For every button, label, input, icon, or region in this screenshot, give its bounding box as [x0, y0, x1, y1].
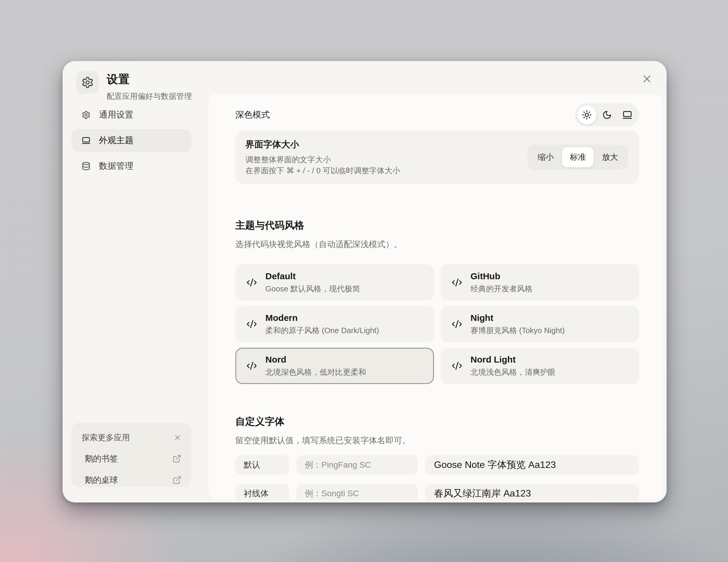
theme-card-night[interactable]: Night 赛博朋克风格 (Tokyo Night) [441, 306, 639, 342]
theme-card-github[interactable]: GitHub 经典的开发者风格 [441, 264, 639, 300]
sidebar-item-label: 外观主题 [99, 135, 133, 147]
sidebar-item-data[interactable]: 数据管理 [71, 155, 192, 178]
theme-section-desc: 选择代码块视觉风格（自动适配深浅模式）。 [235, 239, 639, 250]
theme-card-text: Nord 北境深色风格，低对比更柔和 [265, 354, 366, 377]
settings-badge [76, 71, 99, 94]
dismiss-promo-button[interactable] [174, 434, 181, 441]
theme-card-text: Modern 柔和的原子风格 (One Dark/Light) [265, 313, 379, 336]
font-name-input[interactable] [296, 455, 418, 475]
theme-card-text: GitHub 经典的开发者风格 [471, 271, 533, 294]
theme-card-modern[interactable]: Modern 柔和的原子风格 (One Dark/Light) [235, 306, 434, 342]
theme-card-default[interactable]: Default Goose 默认风格，现代极简 [235, 264, 434, 300]
code-icon [452, 360, 462, 371]
theme-card-text: Night 赛博朋克风格 (Tokyo Night) [471, 313, 565, 336]
color-mode-switcher [575, 103, 639, 127]
dark-mode-label: 深色模式 [235, 109, 270, 121]
theme-section: 主题与代码风格 选择代码块视觉风格（自动适配深浅模式）。 Default Goo… [235, 219, 639, 384]
appearance-panel: 深色模式 界面字体大小 调 [209, 94, 662, 500]
font-size-desc: 调整整体界面的文字大小 在界面按下 ⌘ + / - / 0 可以临时调整字体大小 [245, 154, 400, 176]
font-preview: 春风又绿江南岸 Aa123 [425, 484, 639, 500]
laptop-icon [622, 110, 632, 120]
custom-font-title: 自定义字体 [235, 415, 639, 428]
promo-link-label: 鹅的桌球 [85, 474, 118, 486]
external-link-icon [172, 454, 181, 463]
sidebar: 通用设置 外观主题 数据管理 [71, 103, 192, 178]
system-mode-button[interactable] [618, 105, 637, 124]
code-icon [246, 360, 257, 371]
font-size-text: 界面字体大小 调整整体界面的文字大小 在界面按下 ⌘ + / - / 0 可以临… [245, 138, 400, 176]
sidebar-item-general[interactable]: 通用设置 [71, 103, 192, 127]
font-size-smaller-button[interactable]: 缩小 [530, 147, 561, 167]
font-size-standard-button[interactable]: 标准 [562, 147, 594, 167]
sidebar-item-label: 数据管理 [99, 160, 133, 172]
font-row-default: 默认 Goose Note 字体预览 Aa123 [235, 455, 639, 475]
settings-dialog: 设置 配置应用偏好与数据管理 通用设置 外观主题 数据管理 [63, 61, 667, 502]
custom-font-desc: 留空使用默认值，填写系统已安装字体名即可。 [235, 435, 639, 446]
font-row-label: 衬线体 [235, 484, 289, 500]
page-title: 设置 [107, 72, 192, 87]
close-button[interactable] [640, 72, 654, 86]
code-icon [452, 277, 462, 288]
sidebar-item-appearance[interactable]: 外观主题 [71, 129, 192, 152]
explore-apps-card: 探索更多应用 鹅的书签 鹅的桌球 [71, 423, 192, 487]
font-size-title: 界面字体大小 [245, 138, 400, 151]
header-text: 设置 配置应用偏好与数据管理 [107, 71, 192, 102]
font-row-serif: 衬线体 春风又绿江南岸 Aa123 [235, 484, 639, 500]
theme-section-title: 主题与代码风格 [235, 219, 639, 232]
gear-icon [81, 76, 94, 89]
database-icon [82, 162, 91, 171]
dialog-header: 设置 配置应用偏好与数据管理 [76, 71, 192, 102]
sidebar-item-label: 通用设置 [99, 109, 133, 121]
sun-icon [582, 110, 592, 120]
moon-icon [602, 110, 612, 120]
close-icon [641, 73, 653, 85]
theme-card-nord[interactable]: Nord 北境深色风格，低对比更柔和 [235, 348, 434, 384]
dark-mode-row: 深色模式 [235, 103, 639, 127]
font-preview: Goose Note 字体预览 Aa123 [425, 455, 639, 475]
promo-link-bookmarks[interactable]: 鹅的书签 [82, 453, 181, 464]
external-link-icon [172, 476, 181, 485]
theme-card-nord-light[interactable]: Nord Light 北境浅色风格，清爽护眼 [441, 348, 639, 384]
gear-icon [82, 111, 91, 119]
desktop-background: { "window": { "title": "设置", "subtitle":… [0, 0, 728, 562]
code-icon [246, 277, 257, 288]
code-icon [246, 319, 257, 329]
light-mode-button[interactable] [577, 105, 596, 124]
font-size-segmented-control: 缩小 标准 放大 [528, 145, 628, 170]
theme-grid: Default Goose 默认风格，现代极简 GitHub 经典的开发者风格 [235, 264, 639, 384]
explore-apps-title: 探索更多应用 [82, 432, 130, 443]
dark-mode-button[interactable] [598, 105, 617, 124]
theme-card-text: Nord Light 北境浅色风格，清爽护眼 [471, 354, 556, 377]
close-icon [174, 434, 181, 441]
theme-card-text: Default Goose 默认风格，现代极简 [265, 271, 360, 294]
page-subtitle: 配置应用偏好与数据管理 [107, 91, 192, 102]
code-icon [452, 319, 462, 329]
laptop-icon [82, 136, 91, 145]
font-size-card: 界面字体大小 调整整体界面的文字大小 在界面按下 ⌘ + / - / 0 可以临… [235, 131, 639, 184]
promo-link-billiards[interactable]: 鹅的桌球 [82, 474, 181, 486]
promo-link-label: 鹅的书签 [85, 453, 118, 464]
font-name-input[interactable] [296, 484, 418, 500]
custom-font-section: 自定义字体 留空使用默认值，填写系统已安装字体名即可。 默认 Goose Not… [235, 415, 639, 500]
font-row-label: 默认 [235, 455, 289, 475]
font-size-larger-button[interactable]: 放大 [594, 147, 626, 167]
